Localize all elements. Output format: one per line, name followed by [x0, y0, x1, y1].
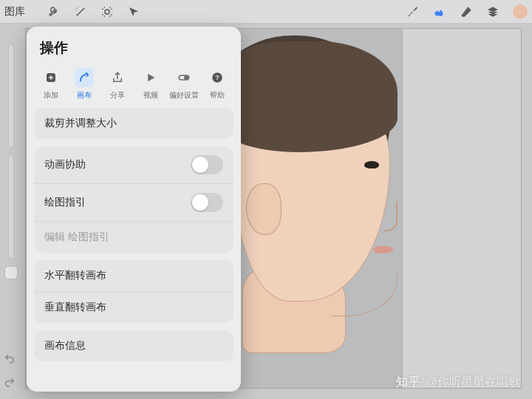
row-label: 动画协助 [44, 158, 86, 171]
tab-prefs[interactable]: 偏好设置 [169, 68, 199, 100]
toggle-icon [174, 68, 194, 87]
wand-icon[interactable] [74, 5, 87, 18]
tab-canvas[interactable]: 画布 [69, 68, 99, 100]
brush-size-slider[interactable] [8, 44, 14, 148]
top-toolbar: 图库 [0, 0, 532, 24]
row-animation-assist[interactable]: 动画协助 [34, 146, 233, 183]
toggle-animation-assist[interactable] [191, 155, 223, 174]
tab-label: 添加 [44, 90, 58, 100]
gallery-button[interactable]: 图库 [4, 5, 25, 18]
wrench-icon[interactable] [47, 5, 61, 18]
modify-button[interactable] [4, 266, 18, 279]
watermark-site: 知乎 [396, 375, 421, 390]
row-label: 画布信息 [44, 339, 86, 352]
add-icon [41, 68, 61, 87]
brush-draw-icon[interactable] [406, 5, 420, 18]
panel-tabs: 添加 画布 分享 视频 偏好设置 ? 帮助 [27, 65, 241, 108]
tab-add[interactable]: 添加 [36, 68, 66, 100]
row-canvas-info[interactable]: 画布信息 [34, 330, 233, 361]
layers-icon[interactable] [486, 5, 499, 18]
tab-label: 帮助 [210, 90, 225, 100]
row-edit-drawing-guide: 编辑 绘图指引 [34, 221, 233, 253]
tab-label: 画布 [77, 90, 92, 100]
left-sliders [3, 44, 19, 279]
watermark-author: @你听星星在唱歌 [426, 375, 520, 390]
cursor-icon[interactable] [127, 5, 140, 18]
canvas-icon [75, 68, 94, 87]
undo-icon[interactable] [3, 352, 16, 368]
tab-help[interactable]: ? 帮助 [202, 68, 232, 100]
row-flip-horizontal[interactable]: 水平翻转画布 [34, 260, 233, 291]
watermark: 知乎 @你听星星在唱歌 [396, 375, 520, 390]
tab-label: 视频 [143, 90, 158, 100]
help-icon: ? [208, 68, 227, 87]
row-label: 裁剪并调整大小 [44, 117, 117, 130]
row-label: 编辑 绘图指引 [44, 231, 109, 244]
row-flip-vertical[interactable]: 垂直翻转画布 [34, 291, 233, 323]
tab-label: 偏好设置 [169, 90, 199, 100]
row-crop-resize[interactable]: 裁剪并调整大小 [34, 108, 233, 139]
row-label: 绘图指引 [44, 196, 86, 209]
row-label: 垂直翻转画布 [44, 301, 106, 314]
tab-label: 分享 [110, 90, 125, 100]
color-swatch[interactable] [513, 4, 528, 19]
panel-title: 操作 [27, 27, 241, 65]
svg-point-2 [184, 76, 188, 80]
opacity-slider[interactable] [8, 155, 14, 259]
redo-icon[interactable] [3, 375, 16, 392]
share-icon [108, 68, 127, 87]
play-icon [141, 68, 160, 87]
svg-text:?: ? [215, 74, 219, 81]
toggle-drawing-guide[interactable] [191, 193, 223, 212]
smudge-icon[interactable] [433, 5, 446, 18]
tab-video[interactable]: 视频 [136, 68, 166, 100]
tab-share[interactable]: 分享 [103, 68, 132, 100]
row-label: 水平翻转画布 [44, 269, 106, 282]
selection-icon[interactable] [100, 5, 114, 18]
eraser-icon[interactable] [460, 5, 473, 18]
row-drawing-guide[interactable]: 绘图指引 [34, 183, 233, 221]
actions-panel: 操作 添加 画布 分享 视频 偏好设置 ? 帮助 裁剪并调整大小 [27, 27, 241, 392]
